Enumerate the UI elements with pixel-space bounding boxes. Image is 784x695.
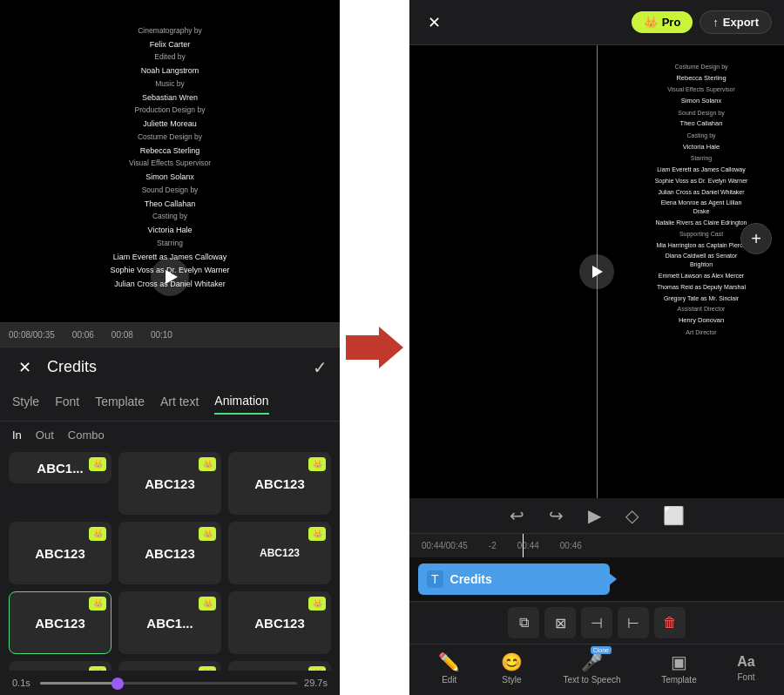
anim-cell-5[interactable]: ABC123 👑 bbox=[228, 522, 331, 584]
nav-item-tts[interactable]: 🎤 Clone Text to Speech bbox=[563, 651, 620, 685]
right-action-buttons: 👑 Pro ↑ Export bbox=[632, 10, 772, 34]
tab-font[interactable]: Font bbox=[55, 395, 79, 414]
anim-cell-7[interactable]: ABC1... 👑 bbox=[118, 591, 221, 654]
anim-cell-2[interactable]: ABC123 👑 bbox=[228, 452, 331, 515]
crown-icon: 👑 bbox=[199, 666, 216, 671]
track-arrow bbox=[608, 572, 617, 586]
animation-slider-bar: 0.1s 29.7s bbox=[0, 671, 340, 695]
anim-cell-8[interactable]: ABC123 👑 bbox=[228, 591, 331, 654]
crown-icon: 👑 bbox=[308, 597, 326, 611]
right-arrow-shape bbox=[346, 327, 403, 368]
split-right-button[interactable]: ⊢ bbox=[618, 607, 649, 638]
tab-animation[interactable]: Animation bbox=[214, 394, 268, 415]
anim-cell-3[interactable]: ABC123 👑 bbox=[9, 522, 112, 584]
left-video-preview: Cinematography by Felix Carter Edited by… bbox=[0, 0, 340, 322]
right-close-button[interactable]: ✕ bbox=[422, 10, 446, 35]
anim-cell-9[interactable]: ABC123 👑 bbox=[9, 661, 112, 671]
anim-cell-0[interactable]: ABC1... 👑 bbox=[9, 452, 112, 483]
confirm-button[interactable]: ✓ bbox=[313, 357, 328, 378]
pro-button[interactable]: 👑 Pro bbox=[632, 11, 693, 33]
nav-style-label: Style bbox=[502, 675, 521, 685]
split-tool-button[interactable]: ⊠ bbox=[544, 607, 576, 638]
subtab-in[interactable]: In bbox=[12, 428, 22, 442]
nav-item-style[interactable]: 😊 Style bbox=[501, 651, 523, 685]
anim-cell-10[interactable]: ABC123 👑 bbox=[118, 661, 221, 671]
arrow-body bbox=[346, 335, 379, 360]
animation-grid: ABC1... 👑 ABC123 👑 ABC123 👑 ABC123 👑 ABC… bbox=[0, 449, 340, 671]
right-top-bar: ✕ 👑 Pro ↑ Export bbox=[409, 0, 784, 45]
add-clip-button[interactable]: + bbox=[740, 223, 772, 254]
anim-cell-6[interactable]: ABC123 👑 bbox=[9, 591, 112, 654]
subtab-combo[interactable]: Combo bbox=[68, 428, 105, 442]
credits-track-block[interactable]: T Credits bbox=[418, 563, 610, 595]
tab-style[interactable]: Style bbox=[12, 395, 39, 414]
slider-fill bbox=[40, 682, 118, 685]
nav-item-edit[interactable]: ✏️ Edit bbox=[438, 651, 460, 685]
tab-art-text[interactable]: Art text bbox=[160, 395, 199, 414]
anim-cell-1[interactable]: ABC123 👑 bbox=[118, 452, 221, 515]
timeline-marker-2: 00:06 bbox=[72, 330, 94, 340]
crown-icon: 👑 bbox=[308, 457, 326, 471]
nav-tabs: Style Font Template Art text Animation bbox=[0, 387, 340, 422]
font-icon: Aa bbox=[737, 654, 754, 670]
anim-cell-11[interactable]: ABC7... 👑 bbox=[228, 661, 331, 671]
crown-icon: 👑 bbox=[89, 597, 106, 611]
crown-icon: 👑 bbox=[199, 597, 216, 611]
timeline-marker-right-3: 00:44 bbox=[517, 541, 539, 550]
slider-right-label: 29.7s bbox=[304, 678, 328, 688]
right-panel: ✕ 👑 Pro ↑ Export Costume Design by Rebec… bbox=[409, 0, 784, 695]
right-controls-bar: ↩ ↪ ▶ ◇ ⬜ bbox=[409, 498, 784, 533]
diamond-control-button[interactable]: ◇ bbox=[625, 505, 639, 526]
close-button[interactable]: ✕ bbox=[12, 355, 37, 380]
export-label: Export bbox=[723, 16, 759, 29]
slider-thumb[interactable] bbox=[112, 678, 124, 690]
slider-left-label: 0.1s bbox=[12, 678, 33, 688]
credits-line: Cinematography by bbox=[138, 26, 202, 37]
nav-item-font[interactable]: Aa Font bbox=[737, 654, 754, 682]
right-credits-scroll: Costume Design by Rebecca Sterling Visua… bbox=[653, 63, 749, 336]
nav-font-label: Font bbox=[737, 672, 754, 682]
arrow-divider bbox=[340, 0, 409, 695]
timeline-marker-1: 00:08/00:35 bbox=[9, 330, 55, 340]
subtab-out[interactable]: Out bbox=[36, 428, 54, 442]
timeline-marker-right-4: 00:46 bbox=[560, 541, 582, 550]
copy-tool-button[interactable]: ⧉ bbox=[508, 607, 539, 638]
crown-icon: 👑 bbox=[89, 527, 106, 541]
left-credits-scroll: Cinematography by Felix Carter Edited by… bbox=[0, 26, 340, 290]
left-timeline-strip: 00:08/00:35 00:06 00:08 00:10 bbox=[0, 322, 340, 347]
nav-tts-label: Text to Speech bbox=[563, 675, 620, 685]
export-icon: ↑ bbox=[713, 16, 719, 29]
split-left-button[interactable]: ⊣ bbox=[581, 607, 612, 638]
timeline-marker-3: 00:08 bbox=[112, 330, 133, 340]
delete-tool-button[interactable]: 🗑 bbox=[654, 607, 686, 638]
right-video-preview: Costume Design by Rebecca Sterling Visua… bbox=[409, 45, 784, 498]
play-control-button[interactable]: ▶ bbox=[588, 505, 601, 526]
frame-button[interactable]: ⬜ bbox=[663, 505, 685, 526]
tab-template[interactable]: Template bbox=[95, 395, 145, 414]
crown-icon: 👑 bbox=[89, 666, 106, 671]
title-input[interactable] bbox=[47, 358, 302, 376]
undo-button[interactable]: ↩ bbox=[510, 505, 524, 526]
right-timeline-cursor bbox=[523, 534, 524, 558]
crown-icon: 👑 bbox=[199, 457, 216, 471]
title-bar: ✕ ✓ bbox=[0, 347, 340, 387]
nav-edit-label: Edit bbox=[442, 675, 456, 685]
slider-track[interactable] bbox=[40, 682, 297, 685]
template-icon: ▣ bbox=[671, 651, 687, 672]
bottom-tools-bar: ⧉ ⊠ ⊣ ⊢ 🗑 bbox=[409, 601, 784, 644]
left-play-button[interactable] bbox=[151, 258, 189, 296]
timeline-marker-right-2: -2 bbox=[489, 541, 497, 550]
tts-icon-container: 🎤 Clone bbox=[581, 651, 603, 672]
export-button[interactable]: ↑ Export bbox=[700, 10, 772, 34]
left-panel: Cinematography by Felix Carter Edited by… bbox=[0, 0, 340, 695]
nav-item-template[interactable]: ▣ Template bbox=[661, 651, 697, 685]
crown-icon: 👑 bbox=[89, 457, 106, 471]
tts-icon: 🎤 bbox=[581, 651, 603, 672]
anim-cell-4[interactable]: ABC123 👑 bbox=[118, 522, 221, 584]
right-play-button[interactable] bbox=[579, 254, 614, 289]
edit-icon: ✏️ bbox=[438, 651, 460, 672]
redo-button[interactable]: ↪ bbox=[549, 505, 564, 526]
credits-value: Felix Carter bbox=[150, 39, 191, 51]
timeline-marker-right-1: 00:44/00:45 bbox=[422, 541, 468, 550]
bottom-nav: ✏️ Edit 😊 Style 🎤 Clone Text to Speech ▣… bbox=[409, 644, 784, 695]
